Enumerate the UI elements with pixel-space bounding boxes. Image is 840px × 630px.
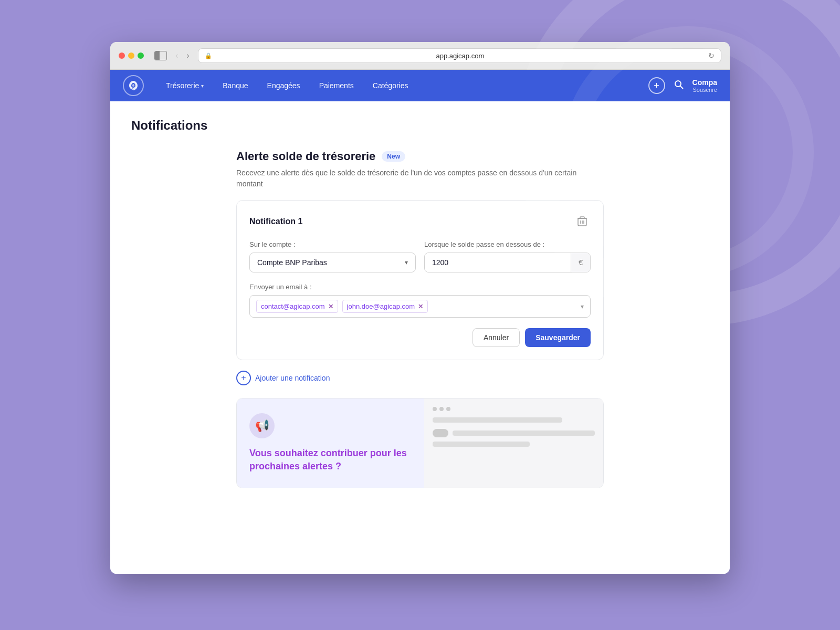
nav-item-engagees[interactable]: Engagées: [258, 70, 310, 101]
preview-toggle-bar: [453, 430, 595, 436]
notification-card: Notification 1: [236, 200, 604, 360]
nav-label-engagees: Engagées: [267, 81, 300, 90]
forward-button[interactable]: ›: [184, 50, 191, 61]
email-address-2: john.doe@agicap.com: [347, 302, 415, 310]
nav-item-paiements[interactable]: Paiements: [310, 70, 363, 101]
currency-symbol: €: [571, 253, 590, 272]
app-navbar: Trésorerie ▾ Banque Engagées Paiements C…: [110, 70, 730, 101]
nav-label-banque: Banque: [223, 81, 248, 90]
preview-bar-2: [433, 442, 530, 447]
card-actions: Annuler Sauvegarder: [249, 328, 591, 347]
company-sub: Souscrire: [692, 87, 717, 93]
nav-label-categories: Catégories: [373, 81, 408, 90]
delete-button[interactable]: [574, 213, 591, 230]
nav-item-categories[interactable]: Catégories: [363, 70, 418, 101]
nav-right: + Compa Souscrire: [648, 77, 717, 94]
email-label: Envoyer un email à :: [249, 283, 591, 291]
main-content: Notifications Alerte solde de trésorerie…: [110, 101, 730, 574]
logo-icon: [127, 79, 140, 92]
alert-header: Alerte solde de trésorerie New: [236, 150, 604, 163]
preview-dot-3: [446, 407, 450, 411]
svg-point-0: [675, 81, 681, 87]
alert-section: Alerte solde de trésorerie New Recevez u…: [236, 150, 604, 488]
svg-rect-7: [580, 217, 584, 218]
traffic-lights: [119, 52, 144, 59]
nav-chevron-tresorerie: ▾: [201, 83, 204, 89]
add-circle-icon: +: [236, 371, 251, 385]
add-notification-button[interactable]: + Ajouter une notification: [236, 371, 604, 385]
traffic-light-minimize[interactable]: [128, 52, 134, 59]
add-button[interactable]: +: [648, 77, 665, 94]
refresh-button[interactable]: ↻: [708, 51, 715, 60]
preview-card: 📢 Vous souhaitez contribuer pour les pro…: [236, 398, 604, 488]
browser-nav: ‹ ›: [173, 50, 192, 61]
threshold-field: €: [424, 253, 591, 272]
notification-card-header: Notification 1: [249, 213, 591, 230]
browser-chrome: ‹ › 🔒 app.agicap.com ↻: [110, 42, 730, 70]
new-badge: New: [382, 151, 405, 162]
company-name: Compa: [692, 78, 717, 87]
preview-toggle: [433, 429, 448, 437]
lock-icon: 🔒: [205, 52, 212, 59]
account-label: Sur le compte :: [249, 240, 416, 248]
email-tag-2: john.doe@agicap.com ✕: [342, 300, 428, 313]
account-value: Compte BNP Paribas: [257, 258, 327, 267]
email-section: Envoyer un email à : contact@agicap.com …: [249, 283, 591, 318]
traffic-light-maximize[interactable]: [138, 52, 144, 59]
url-text: app.agicap.com: [215, 52, 705, 60]
nav-label-tresorerie: Trésorerie: [166, 81, 199, 90]
page-title: Notifications: [131, 118, 709, 133]
alert-title: Alerte solde de trésorerie: [236, 150, 375, 163]
back-button[interactable]: ‹: [173, 50, 180, 61]
account-group: Sur le compte : Compte BNP Paribas ▾: [249, 240, 416, 272]
preview-bar-1: [433, 417, 562, 423]
nav-items: Trésorerie ▾ Banque Engagées Paiements C…: [156, 70, 648, 101]
threshold-label: Lorsque le solde passe en dessous de :: [424, 240, 591, 248]
company-info[interactable]: Compa Souscrire: [692, 78, 717, 93]
remove-email-1[interactable]: ✕: [328, 303, 333, 310]
search-button[interactable]: [674, 79, 684, 92]
app-logo[interactable]: [123, 75, 144, 96]
preview-dot-2: [439, 407, 444, 411]
email-dropdown-chevron-icon[interactable]: ▾: [581, 303, 584, 310]
plus-icon: +: [654, 80, 659, 91]
form-row-account: Sur le compte : Compte BNP Paribas ▾ Lor…: [249, 240, 591, 272]
remove-email-2[interactable]: ✕: [418, 303, 423, 310]
email-tags-container[interactable]: contact@agicap.com ✕ john.doe@agicap.com…: [249, 295, 591, 318]
svg-line-1: [680, 86, 683, 89]
preview-megaphone-icon: 📢: [249, 413, 275, 438]
account-select[interactable]: Compte BNP Paribas ▾: [249, 253, 416, 272]
add-notification-label: Ajouter une notification: [255, 374, 330, 382]
search-icon: [674, 79, 684, 90]
preview-left: 📢 Vous souhaitez contribuer pour les pro…: [237, 398, 424, 488]
preview-cta-text: Vous souhaitez contribuer pour les proch…: [249, 447, 412, 473]
save-button[interactable]: Sauvegarder: [525, 328, 591, 347]
cancel-button[interactable]: Annuler: [472, 328, 520, 347]
nav-item-tresorerie[interactable]: Trésorerie ▾: [156, 70, 213, 101]
email-address-1: contact@agicap.com: [261, 302, 325, 310]
notification-card-title: Notification 1: [249, 217, 302, 226]
alert-description: Recevez une alerte dès que le solde de t…: [236, 167, 604, 190]
account-chevron-icon: ▾: [405, 259, 408, 266]
nav-item-banque[interactable]: Banque: [213, 70, 257, 101]
preview-dot-1: [433, 407, 437, 411]
trash-icon: [578, 216, 587, 227]
threshold-input[interactable]: [425, 253, 571, 272]
browser-window: ‹ › 🔒 app.agicap.com ↻ Trésorerie ▾ Banq…: [110, 42, 730, 574]
threshold-group: Lorsque le solde passe en dessous de : €: [424, 240, 591, 272]
address-bar[interactable]: 🔒 app.agicap.com ↻: [198, 48, 721, 63]
preview-dots: [433, 407, 595, 411]
email-tag-1: contact@agicap.com ✕: [256, 300, 338, 313]
preview-toggle-area: [433, 429, 595, 437]
sidebar-toggle-button[interactable]: [154, 51, 167, 60]
nav-label-paiements: Paiements: [319, 81, 354, 90]
preview-right: [424, 398, 603, 488]
traffic-light-close[interactable]: [119, 52, 125, 59]
